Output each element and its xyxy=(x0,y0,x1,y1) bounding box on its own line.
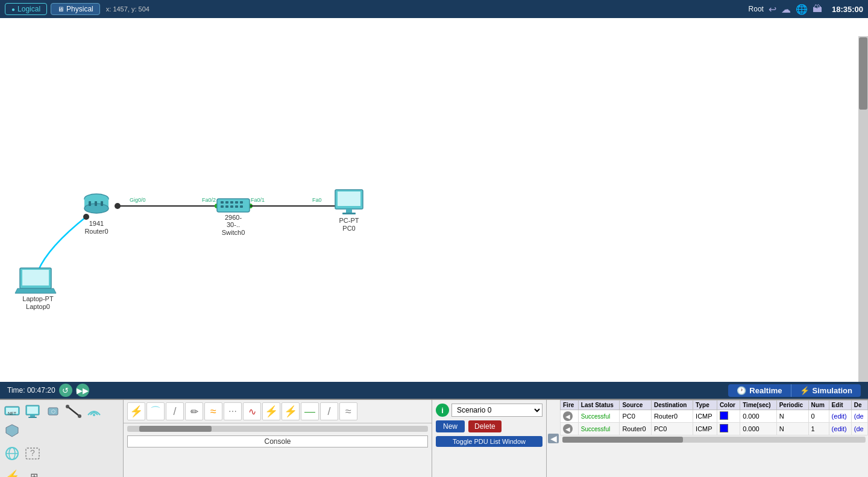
tool-wave2[interactable]: ≈ xyxy=(339,402,357,420)
tools-scrollbar[interactable] xyxy=(127,426,428,432)
periodic-cell: N xyxy=(776,423,808,435)
device-icon-custom[interactable]: ? xyxy=(23,444,42,463)
device-icon-wan[interactable] xyxy=(2,444,22,463)
svg-rect-20 xyxy=(342,213,356,214)
port-label-gig00: Gig0/0 xyxy=(130,197,146,203)
type-cell: ICMP xyxy=(693,410,717,423)
label-pc0: PC0 xyxy=(342,225,355,232)
device-icon-pc[interactable] xyxy=(23,402,42,420)
tools-scrollbar-thumb[interactable] xyxy=(139,426,212,432)
device-icons-row2: ? xyxy=(0,442,123,465)
tool-pencil[interactable]: ✏ xyxy=(185,402,203,420)
globe-icon[interactable]: 🌐 xyxy=(796,4,808,15)
del-cell[interactable]: (de xyxy=(851,423,867,435)
col-source: Source xyxy=(620,401,652,410)
device-icon-wireless[interactable] xyxy=(84,402,104,420)
device-router0[interactable] xyxy=(84,194,108,213)
reset-button[interactable]: ↺ xyxy=(59,384,72,397)
canvas-area[interactable]: Gig0/0 Fa0/2 Fa0/1 Fa0 1941 Router0 xyxy=(0,18,868,399)
cloud-icon[interactable]: ☁ xyxy=(781,4,791,15)
svg-rect-8 xyxy=(225,201,228,204)
tool-zigzag[interactable]: ∿ xyxy=(243,402,261,420)
svg-text:?: ? xyxy=(30,448,35,458)
port-dot-router-gig xyxy=(115,203,121,209)
console-bar[interactable]: Console xyxy=(127,435,428,447)
tool-slash[interactable]: / xyxy=(320,402,338,420)
tab-physical[interactable]: 🖥 Physical xyxy=(51,3,100,15)
svg-line-32 xyxy=(68,407,80,416)
svg-rect-4 xyxy=(95,201,97,206)
col-type: Type xyxy=(693,401,717,410)
toggle-pdu-button[interactable]: Toggle PDU List Window xyxy=(436,436,542,447)
edit-cell[interactable]: (edit) xyxy=(829,423,851,435)
col-dest: Destination xyxy=(651,401,693,410)
device-switch0[interactable] xyxy=(217,199,250,212)
device-icon-connections[interactable] xyxy=(64,402,83,420)
top-bar: ● Logical 🖥 Physical x: 1457, y: 504 Roo… xyxy=(0,0,868,18)
svg-rect-29 xyxy=(28,417,37,418)
lightning-icon[interactable]: ⚡ xyxy=(2,467,22,477)
port-dot-router-laptop xyxy=(83,214,89,220)
realtime-button[interactable]: 🕐 Realtime xyxy=(728,384,790,397)
fast-forward-button[interactable]: ▶▶ xyxy=(76,384,89,397)
scrollbar-thumb[interactable] xyxy=(859,37,867,110)
grid-icon[interactable]: ⊞ xyxy=(24,467,43,477)
svg-rect-15 xyxy=(235,205,238,208)
network-diagram[interactable]: Gig0/0 Fa0/2 Fa0/1 Fa0 1941 Router0 xyxy=(0,18,856,385)
device-icon-panel: NET ⬡ ? xyxy=(0,400,124,477)
device-laptop0[interactable] xyxy=(15,268,56,293)
link-router-laptop xyxy=(38,217,86,271)
color-cell xyxy=(717,410,740,423)
undo-icon[interactable]: ↩ xyxy=(769,4,776,15)
expand-arrow-button[interactable]: ◀ xyxy=(548,434,559,443)
svg-rect-18 xyxy=(338,192,360,206)
fire-button[interactable]: ◀ xyxy=(563,424,573,434)
col-time: Time(sec) xyxy=(740,401,777,410)
mountain-icon[interactable]: 🏔 xyxy=(813,4,822,14)
new-scenario-button[interactable]: New xyxy=(436,420,465,432)
pdu-table: Fire Last Status Source Destination Type… xyxy=(560,400,868,435)
device-icon-network[interactable]: NET xyxy=(2,402,22,420)
simulation-button[interactable]: ⚡ Simulation xyxy=(791,384,861,397)
delete-scenario-button[interactable]: Delete xyxy=(468,420,502,432)
tool-red-lightning[interactable]: ⚡ xyxy=(262,402,280,420)
tool-dash[interactable]: — xyxy=(301,402,319,420)
svg-rect-7 xyxy=(221,201,224,204)
col-periodic: Periodic xyxy=(776,401,808,410)
col-num: Num xyxy=(808,401,829,410)
del-cell[interactable]: (de xyxy=(851,410,867,423)
tool-lightning2[interactable]: ⚡ xyxy=(281,402,300,420)
type-cell: ICMP xyxy=(693,423,717,435)
scenario-buttons: New Delete xyxy=(436,420,542,432)
status-cell: Successful xyxy=(578,410,620,423)
scenario-select[interactable]: Scenario 0 xyxy=(451,404,542,417)
time-value: Time: 00:47:20 xyxy=(7,386,55,394)
svg-rect-22 xyxy=(22,270,49,285)
svg-rect-16 xyxy=(240,205,243,208)
edit-cell[interactable]: (edit) xyxy=(829,410,851,423)
scenario-top: i Scenario 0 xyxy=(436,404,542,417)
status-bar: Time: 00:47:20 ↺ ▶▶ 🕐 Realtime ⚡ Simulat… xyxy=(0,382,868,399)
device-icon-security[interactable] xyxy=(2,422,22,440)
time-display: 18:35:00 xyxy=(832,5,863,14)
tab-logical[interactable]: ● Logical xyxy=(5,3,47,15)
svg-point-33 xyxy=(66,405,69,408)
fire-button[interactable]: ◀ xyxy=(563,411,573,421)
tool-dotted[interactable]: ⋯ xyxy=(224,402,242,420)
right-scrollbar[interactable] xyxy=(858,36,868,399)
svg-rect-19 xyxy=(346,209,352,213)
pdu-horizontal-scroll[interactable] xyxy=(562,437,866,443)
scenario-info-button[interactable]: i xyxy=(436,404,449,417)
tool-lightning[interactable]: ⚡ xyxy=(127,402,145,420)
tool-curve[interactable]: ⌒ xyxy=(146,402,165,420)
tool-line[interactable]: / xyxy=(166,402,184,420)
dest-cell: Router0 xyxy=(651,410,693,423)
tool-wave[interactable]: ≈ xyxy=(204,402,222,420)
pdu-scroll-thumb[interactable] xyxy=(562,437,683,443)
col-de: De xyxy=(851,401,867,410)
device-pc0[interactable] xyxy=(335,190,363,214)
topbar-right: Root ↩ ☁ 🌐 🏔 18:35:00 xyxy=(749,4,863,15)
svg-text:⬡: ⬡ xyxy=(51,409,55,414)
realtime-sim-toggle: 🕐 Realtime ⚡ Simulation xyxy=(728,384,861,397)
device-icon-component[interactable]: ⬡ xyxy=(43,402,63,420)
